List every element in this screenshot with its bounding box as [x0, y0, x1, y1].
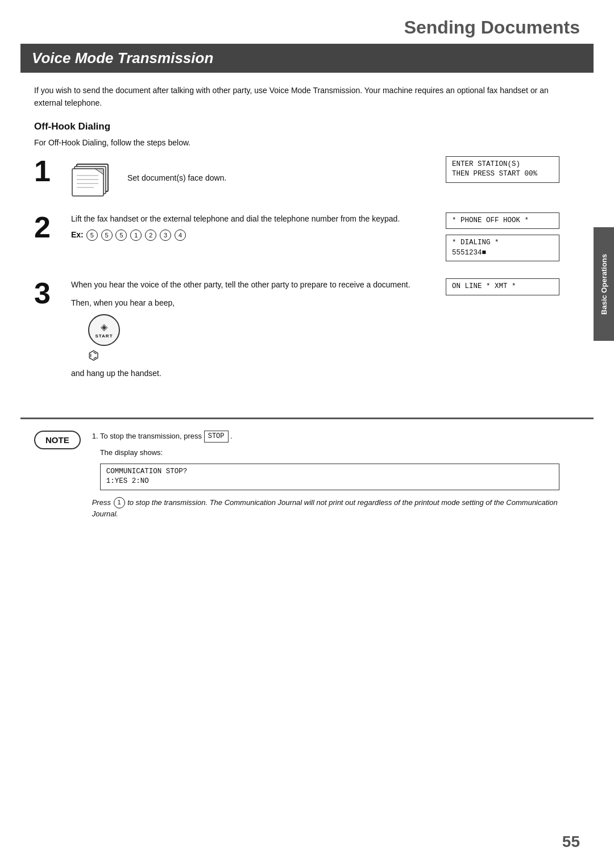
note-number-1: 1.: [92, 432, 100, 440]
document-icon: [71, 158, 119, 201]
start-button-area: ◈ START ⌬: [88, 314, 434, 363]
circled-5b: 5: [101, 229, 113, 241]
lcd-display-3: ON LINE * XMT *: [446, 278, 559, 295]
step-3-text2: Then, when you hear a beep,: [71, 298, 434, 307]
note-lcd-display: COMMUNICATION STOP? 1:YES 2:NO: [100, 464, 559, 490]
step-3-left: When you hear the voice of the other par…: [71, 278, 434, 377]
step-2-row: 2 Lift the fax handset or the external t…: [34, 212, 559, 268]
start-diamond-icon: ◈: [101, 322, 107, 332]
step-1-number: 1: [34, 156, 65, 186]
step-2-lcds: * PHONE OFF HOOK * * DIALING * 5551234■: [446, 212, 559, 268]
step-1-left: Set document(s) face down.: [71, 156, 434, 201]
note-section: NOTE 1. To stop the transmission, press …: [0, 419, 594, 532]
step-1-content: Set document(s) face down. ENTER STATION…: [71, 156, 559, 201]
intro-text: If you wish to send the document after t…: [34, 84, 559, 110]
step-1-lcd: ENTER STATION(S) THEN PRESS START 00%: [446, 156, 559, 189]
step-3-content: When you hear the voice of the other par…: [71, 278, 559, 377]
step-2-number: 2: [34, 212, 65, 242]
step-2-left: Lift the fax handset or the external tel…: [71, 212, 434, 241]
circled-5c: 5: [115, 229, 127, 241]
note-container: NOTE 1. To stop the transmission, press …: [34, 431, 559, 521]
circled-4: 4: [175, 229, 186, 241]
step-3-text1: When you hear the voice of the other par…: [71, 278, 434, 291]
page-title-area: Sending Documents: [0, 0, 614, 44]
step-1-icon-container: Set document(s) face down.: [71, 156, 434, 201]
circled-1: 1: [130, 229, 142, 241]
circled-1-note: 1: [114, 497, 125, 508]
section-title: Voice Mode Transmission: [32, 49, 582, 67]
start-button-icon: ◈ START: [88, 314, 120, 346]
circled-2: 2: [145, 229, 156, 241]
note-display-shows: The display shows:: [100, 447, 559, 459]
for-text: For Off-Hook Dialing, follow the steps b…: [34, 138, 559, 147]
note-text-before: To stop the transmission, press: [100, 432, 204, 440]
step-2-content: Lift the fax handset or the external tel…: [71, 212, 559, 268]
step-3-text3: and hang up the handset.: [71, 369, 434, 378]
subsection-title: Off-Hook Dialing: [34, 121, 559, 132]
step-1-row: 1: [34, 156, 559, 201]
lcd-display-2b: * DIALING * 5551234■: [446, 235, 559, 261]
step-3-number: 3: [34, 278, 65, 308]
note-item-1: 1. To stop the transmission, press STOP …: [92, 431, 559, 443]
svg-rect-2: [72, 169, 103, 196]
note-italic-text: Press 1 to stop the transmission. The Co…: [92, 497, 559, 521]
sidebar-tab: Basic Operations: [594, 227, 614, 341]
hand-pointing-icon: ⌬: [88, 348, 99, 363]
note-text-after: .: [230, 432, 233, 440]
page-title: Sending Documents: [404, 17, 580, 37]
step-3-row: 3 When you hear the voice of the other p…: [34, 278, 559, 377]
note-badge: NOTE: [34, 431, 81, 449]
step-2-text: Lift the fax handset or the external tel…: [71, 212, 434, 225]
step-2-ex: Ex: 5 5 5 1 2 3 4: [71, 229, 434, 241]
page-number: 55: [562, 833, 580, 851]
sidebar-label: Basic Operations: [600, 254, 608, 315]
lcd-display-2a: * PHONE OFF HOOK *: [446, 212, 559, 229]
lcd-display-1: ENTER STATION(S) THEN PRESS START 00%: [446, 156, 559, 183]
circled-3: 3: [160, 229, 171, 241]
step-3-lcd: ON LINE * XMT *: [446, 278, 559, 301]
circled-5a: 5: [86, 229, 98, 241]
section-header: Voice Mode Transmission: [20, 44, 594, 73]
step-1-text: Set document(s) face down.: [127, 156, 226, 182]
start-label: START: [95, 333, 113, 339]
steps-area: 1: [34, 156, 559, 378]
note-content: 1. To stop the transmission, press STOP …: [92, 431, 559, 521]
main-content: If you wish to send the document after t…: [0, 73, 594, 400]
stop-button-label: STOP: [204, 431, 229, 443]
